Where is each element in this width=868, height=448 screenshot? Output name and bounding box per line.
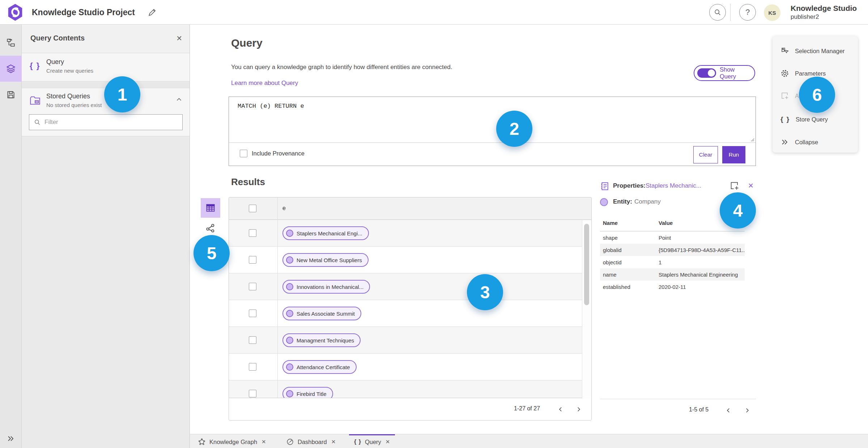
rail-item-hierarchy[interactable] [0, 30, 22, 56]
table-row: New Metal Office Suppliers [229, 247, 591, 273]
selection-manager-icon [780, 47, 789, 55]
results-table-body: Staplers Mechanical Engi... New Metal Of… [229, 220, 591, 398]
annotation-circle-5: 5 [193, 235, 230, 271]
select-all-checkbox[interactable] [249, 205, 256, 212]
app-logo-icon[interactable] [7, 3, 23, 21]
scrollbar-thumb[interactable] [584, 224, 589, 305]
help-button[interactable]: ? [739, 4, 756, 21]
entity-chip[interactable]: Managment Techniques [282, 333, 361, 347]
row-checkbox[interactable] [249, 336, 256, 344]
entity-type: Company [634, 198, 661, 205]
close-tab-icon[interactable]: ✕ [331, 439, 336, 445]
table-icon [205, 203, 216, 213]
gear-icon [780, 69, 789, 78]
annotation-circle-2: 2 [496, 111, 532, 147]
results-prev-page-button[interactable] [555, 404, 566, 415]
learn-more-link[interactable]: Learn more about Query [231, 80, 298, 87]
row-checkbox[interactable] [249, 229, 256, 237]
tab-dashboard[interactable]: Dashboard ✕ [281, 434, 341, 448]
user-name: publisher2 [791, 13, 857, 21]
results-next-page-button[interactable] [573, 404, 584, 415]
row-checkbox[interactable] [249, 283, 256, 290]
entity-chip[interactable]: Staplers Mechanical Engi... [282, 226, 369, 240]
column-divider [277, 197, 278, 398]
toggle-switch[interactable] [697, 68, 716, 78]
show-query-label: Show Query [720, 66, 752, 80]
editor-divider [229, 142, 756, 143]
dashboard-gauge-icon [286, 438, 294, 446]
sidebar-close-icon[interactable]: ✕ [176, 34, 182, 43]
entity-chip[interactable]: New Metal Office Suppliers [282, 253, 369, 267]
chevron-right-icon [575, 406, 582, 413]
row-checkbox[interactable] [249, 363, 256, 371]
entity-chip[interactable]: Firebird Title [282, 387, 333, 398]
entity-dot-icon [286, 283, 293, 290]
top-bar: Knowledge Studio Project ? KS Knowledge … [0, 0, 868, 25]
rail-item-save[interactable] [0, 82, 22, 108]
properties-entity-link[interactable]: Staplers Mechanic... [646, 182, 701, 189]
rail-expand-button[interactable] [0, 431, 22, 446]
row-checkbox[interactable] [249, 310, 256, 317]
entity-dot-icon [286, 256, 293, 264]
properties-title: Properties: [613, 182, 646, 189]
results-table-header: e [229, 197, 591, 220]
table-row: Managment Techniques [229, 327, 591, 354]
tab-knowledge-graph[interactable]: Knowledge Graph ✕ [193, 434, 271, 448]
close-tab-icon[interactable]: ✕ [261, 439, 266, 445]
include-provenance-label: Include Provenance [252, 150, 305, 157]
query-editor: MATCH (e) RETURN e Include Provenance Cl… [229, 97, 756, 166]
results-pagination: 1-27 of 27 [229, 398, 591, 420]
store-query-item[interactable]: { } Store Query [773, 111, 858, 128]
query-view: Query You can query a knowledge graph to… [190, 25, 868, 434]
properties-prev-page-button[interactable] [723, 405, 734, 416]
sidebar-item-query[interactable]: { } Query Create new queries [22, 53, 190, 81]
entity-dot-icon [286, 390, 293, 397]
table-row: Staplers Mechanical Engi... [229, 220, 591, 247]
search-icon [714, 8, 722, 16]
filter-input[interactable] [44, 119, 175, 126]
rail-item-layers[interactable] [0, 56, 22, 82]
entity-chip[interactable]: Attendance Certificate [282, 360, 357, 374]
column-header-e: e [282, 205, 286, 212]
project-title: Knowledge Studio Project [32, 0, 135, 25]
double-chevron-right-icon [7, 435, 15, 442]
table-scrollbar [582, 220, 591, 398]
close-tab-icon[interactable]: ✕ [386, 439, 390, 445]
table-view-button[interactable] [201, 198, 220, 218]
add-to-map-icon[interactable] [729, 181, 740, 191]
entity-dot-icon [286, 310, 293, 317]
table-row: Innovations in Mechanical... [229, 273, 591, 300]
row-checkbox[interactable] [249, 256, 256, 264]
tab-query[interactable]: { } Query ✕ [349, 434, 395, 448]
hierarchy-icon [6, 38, 16, 47]
filter-search-icon [34, 119, 41, 126]
user-info: Knowledge Studio publisher2 [791, 4, 857, 21]
clear-button[interactable]: Clear [693, 146, 718, 163]
properties-pagination: 1-5 of 5 [600, 399, 756, 419]
run-button[interactable]: Run [722, 146, 745, 163]
properties-close-icon[interactable]: ✕ [748, 182, 754, 190]
link-chart-view-button[interactable] [205, 223, 216, 234]
sidebar-title: Query Contents [30, 34, 85, 42]
entity-chip[interactable]: Innovations in Mechanical... [282, 280, 370, 294]
chevron-left-icon [725, 407, 732, 414]
entity-type-dot-icon [600, 198, 608, 206]
query-code-input[interactable]: MATCH (e) RETURN e [238, 103, 304, 110]
chevron-up-icon[interactable] [175, 95, 183, 103]
resize-handle[interactable] [749, 137, 754, 142]
include-provenance-checkbox[interactable] [240, 150, 247, 157]
search-button[interactable] [709, 4, 726, 21]
properties-next-page-button[interactable] [742, 405, 753, 416]
avatar[interactable]: KS [764, 4, 780, 21]
selection-manager-item[interactable]: Selection Manager [773, 43, 858, 59]
row-checkbox[interactable] [249, 390, 256, 397]
edit-title-icon[interactable] [148, 8, 157, 17]
layers-icon [6, 64, 16, 74]
entity-label: Entity: [613, 198, 632, 205]
collapse-item[interactable]: Collapse [773, 134, 858, 150]
braces-icon: { } [30, 61, 40, 71]
entity-chip[interactable]: Sales Associate Summit [282, 307, 361, 320]
include-provenance-option[interactable]: Include Provenance [240, 150, 305, 157]
stored-queries-folder-icon [30, 95, 41, 106]
show-query-toggle[interactable]: Show Query [694, 65, 755, 81]
